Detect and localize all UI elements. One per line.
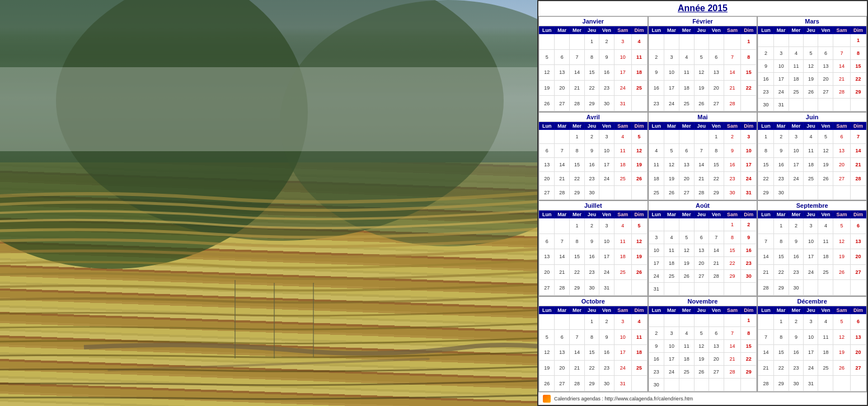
calendar-day: 4	[804, 130, 818, 144]
calendar-day: 10	[614, 49, 631, 65]
calendar-day: 1	[773, 314, 789, 330]
day-header-Ven: Ven	[818, 211, 833, 218]
calendar-day: 13	[709, 65, 724, 81]
calendar-day: 8	[850, 47, 866, 60]
day-header-Mer: Mer	[789, 211, 804, 218]
calendar-day: 9	[724, 144, 741, 158]
calendar-day	[694, 314, 709, 327]
calendar-day: 1	[584, 34, 599, 50]
calendar-day: 2	[649, 49, 664, 65]
calendar-day: 7	[555, 234, 570, 249]
day-header-Lun: Lun	[539, 211, 555, 218]
calendar-day: 8	[709, 144, 724, 158]
calendar-day: 9	[758, 60, 773, 73]
calendar-day: 8	[741, 49, 757, 65]
calendar-day: 25	[818, 360, 833, 376]
calendar-day: 3	[664, 327, 679, 340]
month-janvier: JanvierLunMarMerJeuVenSamDim123456789101…	[538, 16, 648, 112]
calendar-day: 6	[555, 49, 570, 65]
calendar-day	[758, 218, 773, 234]
calendar-day: 17	[649, 257, 664, 270]
day-header-Jeu: Jeu	[694, 211, 709, 218]
day-header-Mar: Mar	[773, 211, 789, 218]
calendar-day: 29	[709, 186, 724, 200]
month-table-1: LunMarMerJeuVenSamDim1234567891011121314…	[649, 26, 757, 111]
calendar-day: 9	[741, 231, 757, 244]
calendar-day: 1	[709, 130, 724, 144]
calendar-day: 26	[631, 264, 647, 280]
calendar-day: 15	[570, 249, 585, 265]
calendar-day	[664, 34, 679, 50]
calendar-day: 29	[758, 186, 773, 200]
calendar-day: 4	[631, 314, 647, 330]
day-header-Mar: Mar	[773, 123, 789, 130]
calendar-day: 11	[649, 158, 664, 172]
day-header-Ven: Ven	[599, 307, 614, 314]
day-header-Mer: Mer	[789, 307, 804, 314]
calendar-day: 6	[679, 144, 694, 158]
calendar-day: 4	[789, 47, 804, 60]
calendar-day	[539, 130, 555, 144]
month-juin: JuinLunMarMerJeuVenSamDim123456789101112…	[757, 112, 867, 200]
calendar-day: 26	[539, 376, 555, 391]
month-table-0: LunMarMerJeuVenSamDim1234567891011121314…	[539, 26, 648, 111]
calendar-day: 2	[773, 130, 789, 144]
calendar-day: 18	[818, 249, 833, 265]
calendar-day: 6	[850, 218, 866, 234]
calendar-day: 27	[539, 186, 555, 200]
day-header-Jeu: Jeu	[694, 307, 709, 314]
calendar-day: 2	[724, 130, 741, 144]
day-header-Jeu: Jeu	[694, 123, 709, 130]
calendar-day: 18	[614, 249, 631, 265]
calendar-day: 25	[631, 80, 647, 96]
month-décembre: DécembreLunMarMerJeuVenSamDim12345678910…	[757, 296, 867, 392]
calendar-day	[709, 218, 724, 231]
calendar-day: 20	[539, 172, 555, 186]
calendar-day: 17	[789, 158, 804, 172]
calendar-day: 16	[599, 65, 614, 81]
calendar-day: 15	[758, 158, 773, 172]
calendar-day: 17	[773, 73, 789, 86]
calendar-day	[789, 34, 804, 47]
calendar-day: 4	[818, 218, 833, 234]
calendar-day: 11	[818, 329, 833, 345]
calendar-day	[724, 379, 741, 391]
calendar-day: 27	[850, 264, 866, 280]
day-header-Sam: Sam	[833, 27, 851, 34]
calendar-day	[709, 34, 724, 50]
calendar-day: 12	[631, 144, 647, 158]
calendar-day: 11	[679, 65, 694, 81]
calendar-day: 28	[850, 172, 866, 186]
calendar-day	[804, 34, 818, 47]
calendar-day: 3	[741, 130, 757, 144]
day-header-Sam: Sam	[833, 123, 851, 130]
day-header-Ven: Ven	[709, 211, 724, 218]
calendar-day: 18	[664, 257, 679, 270]
month-title-6: Juillet	[539, 201, 648, 211]
calendar-day: 28	[724, 96, 741, 111]
calendar-day: 10	[649, 244, 664, 257]
calendar-day: 7	[833, 47, 851, 60]
calendar-day: 23	[724, 172, 741, 186]
calendar-day	[599, 186, 614, 200]
calendar-day: 15	[773, 249, 789, 265]
month-octobre: OctobreLunMarMerJeuVenSamDim123456789101…	[538, 296, 648, 392]
calendar-day: 29	[570, 280, 585, 296]
day-header-Ven: Ven	[818, 123, 833, 130]
calendar-day	[694, 218, 709, 231]
day-header-Ven: Ven	[599, 27, 614, 34]
month-table-6: LunMarMerJeuVenSamDim1234567891011121314…	[539, 211, 648, 296]
calendar-day: 29	[724, 270, 741, 283]
day-header-Dim: Dim	[741, 307, 757, 314]
calendar-day: 16	[599, 345, 614, 361]
calendar-day: 13	[850, 234, 866, 249]
calendar-day: 25	[631, 360, 647, 376]
calendar-day: 23	[649, 96, 664, 111]
calendar-day: 16	[758, 73, 773, 86]
day-header-Dim: Dim	[631, 307, 647, 314]
day-header-Ven: Ven	[709, 307, 724, 314]
calendar-day: 14	[850, 144, 866, 158]
calendar-day: 6	[709, 49, 724, 65]
calendar-day: 29	[741, 366, 757, 379]
calendar-day: 1	[741, 314, 757, 327]
